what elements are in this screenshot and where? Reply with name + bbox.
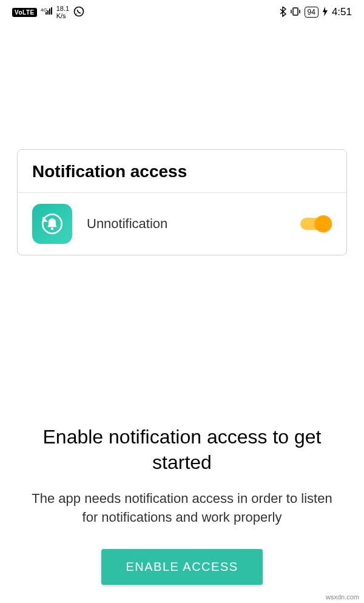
app-name-label: Unnotification [87, 216, 286, 232]
status-bar: VoLTE 4G 18.1K/s 94 4:51 [0, 0, 364, 22]
app-icon [32, 204, 72, 244]
enable-prompt-section: Enable notification access to get starte… [0, 425, 364, 585]
svg-point-4 [51, 227, 53, 230]
notification-access-card: Notification access Unnotification [17, 149, 347, 255]
enable-access-button[interactable]: ENABLE ACCESS [101, 549, 262, 585]
vibrate-icon [290, 7, 301, 18]
notification-access-toggle[interactable] [300, 214, 332, 234]
app-row-unnotification[interactable]: Unnotification [18, 193, 346, 255]
whatsapp-icon [73, 5, 85, 19]
prompt-description: The app needs notification access in ord… [18, 490, 346, 527]
status-bar-left: VoLTE 4G 18.1K/s [12, 5, 85, 19]
svg-rect-2 [293, 8, 298, 15]
svg-point-1 [75, 7, 84, 16]
clock-time: 4:51 [332, 6, 352, 18]
svg-text:4G: 4G [41, 7, 47, 13]
battery-indicator: 94 [305, 7, 318, 18]
watermark: wsxdn.com [326, 593, 359, 601]
network-speed: 18.1K/s [56, 5, 69, 19]
prompt-title: Enable notification access to get starte… [18, 425, 346, 475]
bluetooth-icon [279, 6, 286, 19]
card-title: Notification access [18, 150, 346, 193]
toggle-thumb [315, 215, 332, 232]
status-bar-right: 94 4:51 [279, 6, 352, 19]
signal-icon: 4G [41, 7, 53, 18]
volte-badge: VoLTE [12, 8, 37, 17]
charging-icon [322, 7, 328, 18]
bell-refresh-icon [39, 211, 65, 237]
